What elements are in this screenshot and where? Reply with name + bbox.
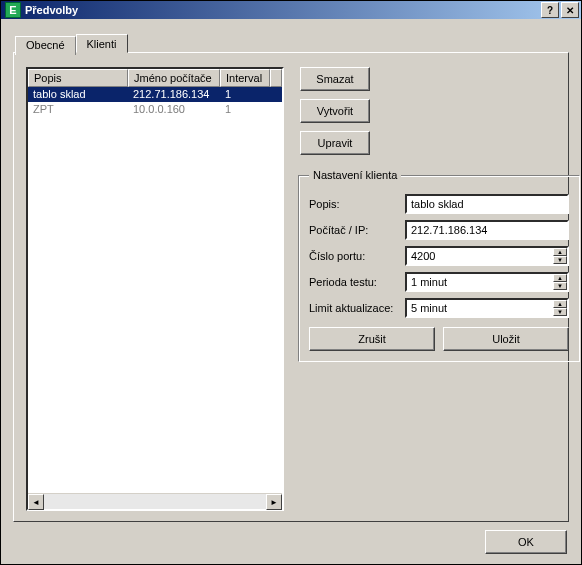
cell-popis: tablo sklad <box>28 87 128 102</box>
cell-interval: 1 <box>220 102 270 117</box>
tab-panel-clients: Popis Jméno počítače Interval tablo skla… <box>13 52 569 522</box>
spin-down-icon[interactable]: ▼ <box>553 256 567 264</box>
ok-button[interactable]: OK <box>485 530 567 554</box>
client-settings-group: Nastavení klienta Popis: Počítač / IP: Č… <box>298 169 580 362</box>
spin-up-icon[interactable]: ▲ <box>553 300 567 308</box>
col-popis[interactable]: Popis <box>28 69 128 87</box>
cell-host: 212.71.186.134 <box>128 87 220 102</box>
help-button[interactable]: ? <box>541 2 559 18</box>
label-limit: Limit aktualizace: <box>309 302 405 314</box>
host-input[interactable] <box>405 220 569 240</box>
spin-down-icon[interactable]: ▼ <box>553 282 567 290</box>
port-spinner[interactable]: ▲ ▼ <box>553 246 569 266</box>
col-host[interactable]: Jméno počítače <box>128 69 220 87</box>
table-row[interactable]: tablo sklad 212.71.186.134 1 <box>28 87 282 102</box>
horizontal-scrollbar[interactable]: ◄ ► <box>28 493 282 509</box>
cell-host: 10.0.0.160 <box>128 102 220 117</box>
spin-down-icon[interactable]: ▼ <box>553 308 567 316</box>
scroll-track[interactable] <box>44 494 266 509</box>
period-input[interactable] <box>405 272 553 292</box>
list-body: tablo sklad 212.71.186.134 1 ZPT 10.0.0.… <box>28 87 282 493</box>
cancel-button[interactable]: Zrušit <box>309 327 435 351</box>
popis-input[interactable] <box>405 194 569 214</box>
scroll-right-icon[interactable]: ► <box>266 494 282 510</box>
tab-general[interactable]: Obecné <box>15 36 76 55</box>
clients-listbox[interactable]: Popis Jméno počítače Interval tablo skla… <box>26 67 284 511</box>
limit-spinner[interactable]: ▲ ▼ <box>553 298 569 318</box>
group-legend: Nastavení klienta <box>309 169 401 181</box>
scroll-left-icon[interactable]: ◄ <box>28 494 44 510</box>
spin-up-icon[interactable]: ▲ <box>553 274 567 282</box>
col-filler <box>270 69 282 87</box>
label-port: Číslo portu: <box>309 250 405 262</box>
cell-popis: ZPT <box>28 102 128 117</box>
save-button[interactable]: Uložit <box>443 327 569 351</box>
list-header: Popis Jméno počítače Interval <box>28 69 282 87</box>
delete-button[interactable]: Smazat <box>300 67 370 91</box>
table-row[interactable]: ZPT 10.0.0.160 1 <box>28 102 282 117</box>
create-button[interactable]: Vytvořit <box>300 99 370 123</box>
spin-up-icon[interactable]: ▲ <box>553 248 567 256</box>
close-button[interactable]: ✕ <box>561 2 579 18</box>
preferences-window: E Předvolby ? ✕ Obecné Klienti Popis Jmé… <box>0 0 582 565</box>
tab-clients[interactable]: Klienti <box>76 34 128 53</box>
port-input[interactable] <box>405 246 553 266</box>
edit-button[interactable]: Upravit <box>300 131 370 155</box>
tab-strip: Obecné Klienti <box>15 33 569 52</box>
label-period: Perioda testu: <box>309 276 405 288</box>
col-interval[interactable]: Interval <box>220 69 270 87</box>
limit-input[interactable] <box>405 298 553 318</box>
period-spinner[interactable]: ▲ ▼ <box>553 272 569 292</box>
app-icon: E <box>5 2 21 18</box>
titlebar[interactable]: E Předvolby ? ✕ <box>1 1 581 19</box>
window-title: Předvolby <box>25 4 541 16</box>
label-popis: Popis: <box>309 198 405 210</box>
cell-interval: 1 <box>220 87 270 102</box>
label-host: Počítač / IP: <box>309 224 405 236</box>
